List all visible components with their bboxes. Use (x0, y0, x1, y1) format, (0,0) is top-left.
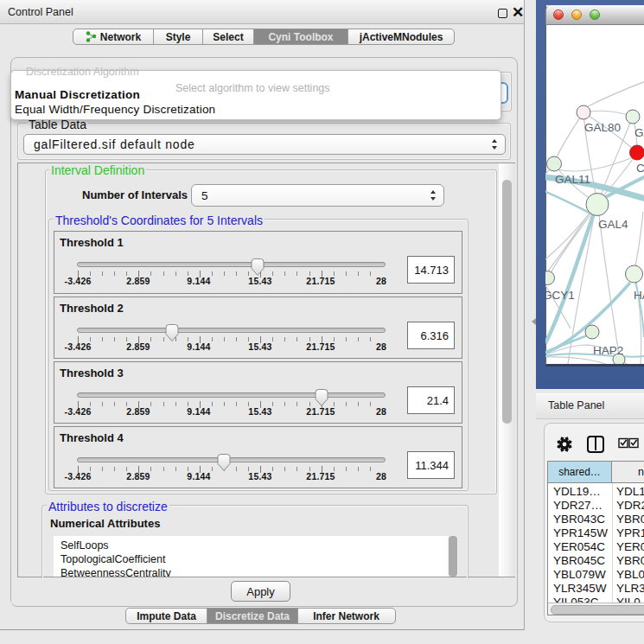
svg-text:GAL4: GAL4 (598, 218, 628, 231)
svg-text:HA: HA (634, 289, 644, 302)
svg-text:HAP2: HAP2 (593, 344, 623, 357)
svg-text:GA: GA (634, 126, 644, 139)
svg-text:GAL80: GAL80 (584, 121, 621, 134)
svg-text:GCY1: GCY1 (545, 289, 575, 302)
svg-text:C: C (636, 162, 644, 175)
svg-text:GAL11: GAL11 (555, 173, 590, 186)
